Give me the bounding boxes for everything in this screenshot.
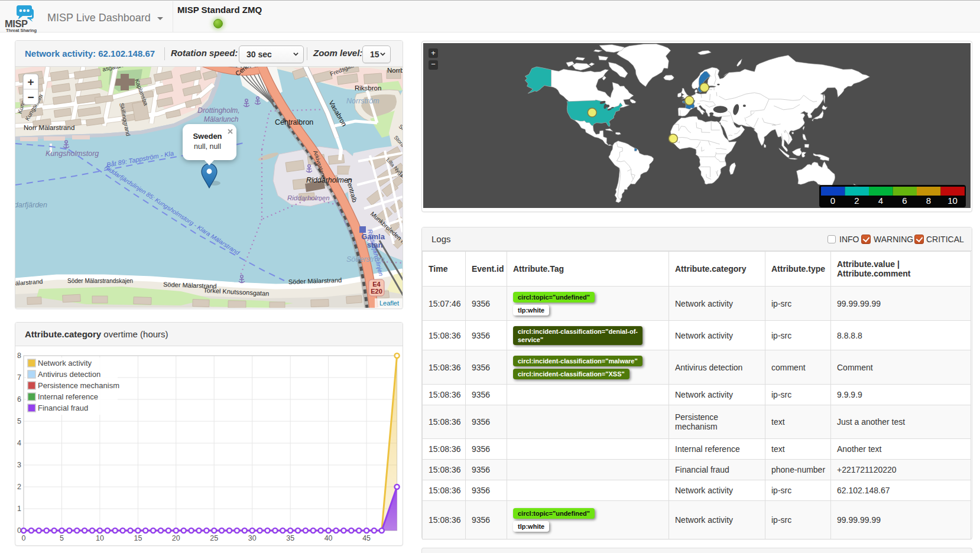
svg-text:0: 0 (22, 534, 26, 542)
svg-text:10: 10 (96, 534, 104, 542)
svg-text:5: 5 (60, 534, 64, 542)
svg-text:Network activity: Network activity (38, 359, 92, 367)
svg-text:Mälarlunch: Mälarlunch (204, 115, 239, 123)
svg-text:2: 2 (854, 196, 859, 206)
svg-text:0: 0 (830, 196, 835, 206)
svg-text:25: 25 (210, 534, 218, 542)
svg-text:45: 45 (362, 534, 371, 542)
svg-text:Sweden: Sweden (193, 132, 222, 141)
svg-text:35: 35 (286, 534, 294, 542)
svg-text:6: 6 (902, 196, 907, 206)
svg-text:7: 7 (17, 373, 21, 382)
svg-text:10: 10 (947, 196, 958, 206)
svg-text:Internal reference: Internal reference (38, 392, 98, 401)
svg-text:Kungsholmstorg: Kungsholmstorg (46, 149, 99, 158)
svg-text:Financial fraud: Financial fraud (38, 404, 88, 412)
svg-text:−: − (27, 91, 34, 103)
svg-text:8: 8 (926, 196, 931, 206)
svg-text:4: 4 (17, 439, 21, 447)
svg-text:iddarfjärden: iddarfjärden (15, 201, 47, 209)
svg-text:Gamla: Gamla (361, 232, 385, 241)
svg-text:40: 40 (324, 534, 333, 542)
svg-text:3: 3 (17, 461, 21, 469)
svg-text:4: 4 (878, 196, 883, 206)
svg-text:Norr Mälarstrand: Norr Mälarstrand (24, 124, 74, 131)
svg-text:1: 1 (17, 505, 21, 513)
svg-text:Norrbr: Norrbr (387, 67, 403, 74)
svg-text:−: − (431, 60, 436, 69)
svg-text:Threat Sharing: Threat Sharing (6, 28, 37, 33)
svg-text:15: 15 (134, 534, 142, 542)
svg-text:stan: stan (367, 240, 383, 249)
svg-text:Riddarholmen: Riddarholmen (306, 176, 352, 184)
svg-text:30: 30 (248, 534, 257, 542)
svg-text:Centralbron: Centralbron (275, 118, 313, 126)
svg-text:+: + (431, 48, 436, 57)
svg-text:Riddarholmen: Riddarholmen (287, 194, 330, 201)
svg-text:Leaflet: Leaflet (379, 300, 399, 307)
svg-text:Antivirus detection: Antivirus detection (38, 370, 100, 379)
svg-text:2: 2 (17, 483, 21, 491)
svg-text:E20: E20 (371, 288, 382, 295)
svg-text:Norrström: Norrström (346, 97, 379, 105)
svg-text:Drottingholm,: Drottingholm, (197, 106, 239, 115)
svg-text:+: + (27, 76, 34, 88)
svg-text:Persistence mechanism: Persistence mechanism (38, 381, 119, 390)
svg-text:20: 20 (172, 534, 180, 542)
svg-text:Söder Mälarstrandskajen: Söder Mälarstrandskajen (67, 278, 133, 284)
svg-text:8: 8 (17, 352, 21, 360)
svg-text:5: 5 (17, 417, 21, 425)
svg-text:E4: E4 (372, 281, 381, 288)
svg-text:null, null: null, null (194, 142, 221, 151)
svg-text:Riksbron: Riksbron (355, 84, 381, 92)
svg-text:Söderström: Söderström (346, 255, 385, 264)
svg-text:6: 6 (17, 395, 21, 404)
